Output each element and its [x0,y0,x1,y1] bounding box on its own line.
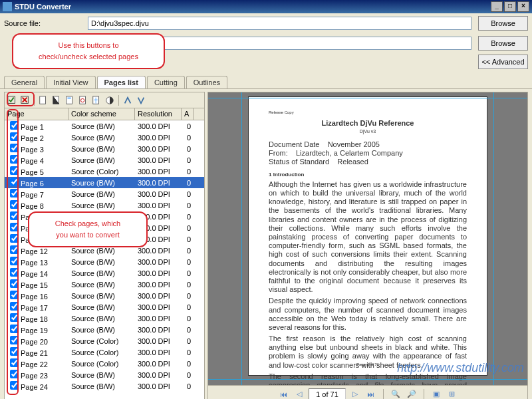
row-page: Page 1 [21,123,44,131]
page-info[interactable]: 1 of 71 [309,388,346,400]
row-angle: 0 [182,292,194,300]
tab-pages-list[interactable]: Pages list [97,76,146,88]
col-angle[interactable]: A [182,108,194,120]
move-down-button[interactable] [135,94,147,106]
first-page-button[interactable]: ⏮ [277,388,290,400]
minimize-button[interactable]: _ [491,1,503,12]
color-scheme-button[interactable] [51,94,63,106]
row-angle: 0 [182,168,194,176]
row-scheme: Source (Color) [68,168,135,176]
highlight-checkboxes [7,109,19,395]
preview-page: Release Copy Lizardtech DjVu Reference D… [248,96,487,376]
row-resolution: 300.0 DPI [135,348,182,356]
row-scheme: Source (B/W) [68,303,135,311]
table-row[interactable]: Page 23Source (B/W)300.0 DPI0 [5,369,204,380]
table-row[interactable]: Page 22Source (Color)300.0 DPI0 [5,358,204,369]
browse-dest-button[interactable]: Browse [478,36,528,51]
contrast-button[interactable] [104,94,116,106]
zoom-out-button[interactable]: 🔍 [389,388,402,400]
table-row[interactable]: Page 17Source (B/W)300.0 DPI0 [5,301,204,313]
row-page: Page 4 [21,157,44,165]
highlight-toolbar [7,92,35,106]
table-row[interactable]: Page 4Source (B/W)300.0 DPI0 [5,154,204,166]
table-row[interactable]: Page 5Source (Color)300.0 DPI0 [5,166,204,177]
svg-rect-2 [40,96,46,103]
browse-source-button[interactable]: Browse [478,16,528,31]
row-scheme: Source (B/W) [68,292,135,300]
row-angle: 0 [182,269,194,277]
fit-width-button[interactable]: ⊞ [446,388,459,400]
table-row[interactable]: Page 6Source (B/W)300.0 DPI0 [5,177,204,188]
table-row[interactable]: Page 7Source (B/W)300.0 DPI0 [5,188,204,200]
move-up-button[interactable] [122,94,134,106]
row-scheme: Source (B/W) [68,156,135,164]
row-scheme: Source (B/W) [68,134,135,142]
row-scheme: Source (B/W) [68,201,135,209]
table-header: Page Color scheme Resolution A [5,108,204,120]
prev-page-button[interactable]: ◁ [293,388,306,400]
table-row[interactable]: Page 3Source (B/W)300.0 DPI0 [5,143,204,154]
table-row[interactable]: Page 21Source (Color)300.0 DPI0 [5,346,204,358]
advanced-toggle-button[interactable]: << Advanced [478,55,528,69]
deskew-button[interactable] [90,94,102,106]
table-row[interactable]: Page 20Source (Color)300.0 DPI0 [5,335,204,346]
table-row[interactable]: Page 14Source (B/W)300.0 DPI0 [5,267,204,279]
tab-general[interactable]: General [4,76,45,88]
table-row[interactable]: Page 2Source (B/W)300.0 DPI0 [5,132,204,143]
preview-viewport[interactable]: Release Copy Lizardtech DjVu Reference D… [208,92,527,385]
row-page: Page 7 [21,191,44,199]
doc-meta: Document Date November 2005 From: Lizard… [269,140,467,167]
angle-button[interactable] [77,94,89,106]
row-scheme: Source (B/W) [68,382,135,390]
row-angle: 0 [182,348,194,356]
col-resolution[interactable]: Resolution [135,108,182,120]
next-page-button[interactable]: ▷ [348,388,362,400]
col-scheme[interactable]: Color scheme [68,108,135,120]
row-angle: 0 [182,326,194,334]
table-row[interactable]: Page 24Source (B/W)300.0 DPI0 [5,380,204,392]
preview-panel: Release Copy Lizardtech DjVu Reference D… [207,92,528,399]
row-resolution: 300.0 DPI [135,371,182,379]
row-resolution: 300.0 DPI [135,337,182,345]
row-angle: 0 [182,213,194,221]
table-body[interactable]: Page 1Source (B/W)300.0 DPI0Page 2Source… [5,120,204,399]
row-page: Page 14 [21,270,48,278]
row-resolution: 300.0 DPI [135,122,182,130]
last-page-button[interactable]: ⏭ [364,388,378,400]
table-row[interactable]: Page 15Source (B/W)300.0 DPI0 [5,279,204,290]
row-page: Page 6 [21,180,44,188]
row-angle: 0 [182,258,194,266]
table-row[interactable]: Page 18Source (B/W)300.0 DPI0 [5,313,204,324]
row-angle: 0 [182,201,194,209]
row-resolution: 300.0 DPI [135,292,182,300]
row-page: Page 24 [21,383,48,391]
preview-navbar: ⏮ ◁ 1 of 71 ▷ ⏭ 🔍 🔎 ▣ ⊞ [208,385,527,399]
table-row[interactable]: Page 13Source (B/W)300.0 DPI0 [5,256,204,267]
row-scheme: Source (B/W) [68,179,135,187]
row-angle: 0 [182,382,194,390]
zoom-in-button[interactable]: 🔎 [405,388,418,400]
maximize-button[interactable]: □ [504,1,516,12]
tab-outlines[interactable]: Outlines [186,76,227,88]
row-resolution: 300.0 DPI [135,281,182,289]
tab-initial-view[interactable]: Initial View [46,76,95,88]
fit-page-button[interactable]: ▣ [430,388,443,400]
doc-subtitle: DjVu v3 [269,129,467,134]
tab-cutting[interactable]: Cutting [147,76,185,88]
page-props-button[interactable] [37,94,49,106]
table-row[interactable]: Page 16Source (B/W)300.0 DPI0 [5,290,204,301]
row-scheme: Source (Color) [68,360,135,368]
row-resolution: 300.0 DPI [135,382,182,390]
table-row[interactable]: Page 8Source (B/W)300.0 DPI0 [5,200,204,211]
pages-toolbar [5,92,204,108]
row-scheme: Source (B/W) [68,281,135,289]
resolution-button[interactable] [64,94,76,106]
row-angle: 0 [182,337,194,345]
row-angle: 0 [182,190,194,198]
source-file-input[interactable] [88,17,471,30]
table-row[interactable]: Page 19Source (B/W)300.0 DPI0 [5,324,204,335]
table-row[interactable]: Page 1Source (B/W)300.0 DPI0 [5,120,204,132]
row-resolution: 300.0 DPI [135,326,182,334]
row-scheme: Source (B/W) [68,269,135,277]
close-button[interactable]: × [517,1,529,12]
